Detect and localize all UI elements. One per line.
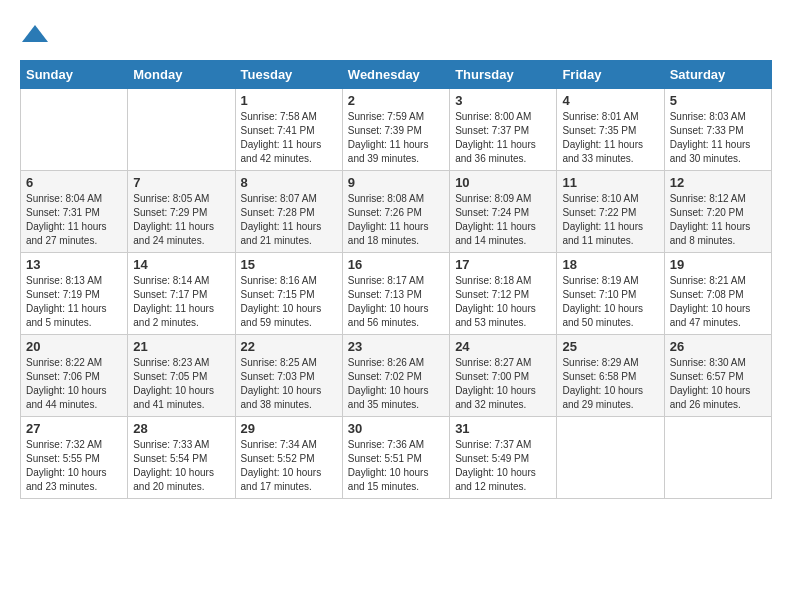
day-info: Sunrise: 8:04 AM Sunset: 7:31 PM Dayligh… bbox=[26, 192, 122, 248]
day-number: 18 bbox=[562, 257, 658, 272]
day-info: Sunrise: 8:23 AM Sunset: 7:05 PM Dayligh… bbox=[133, 356, 229, 412]
weekday-header-tuesday: Tuesday bbox=[235, 61, 342, 89]
day-info: Sunrise: 8:01 AM Sunset: 7:35 PM Dayligh… bbox=[562, 110, 658, 166]
calendar-cell: 9Sunrise: 8:08 AM Sunset: 7:26 PM Daylig… bbox=[342, 171, 449, 253]
calendar-cell: 14Sunrise: 8:14 AM Sunset: 7:17 PM Dayli… bbox=[128, 253, 235, 335]
day-info: Sunrise: 8:17 AM Sunset: 7:13 PM Dayligh… bbox=[348, 274, 444, 330]
day-number: 8 bbox=[241, 175, 337, 190]
day-number: 2 bbox=[348, 93, 444, 108]
day-number: 14 bbox=[133, 257, 229, 272]
weekday-header-thursday: Thursday bbox=[450, 61, 557, 89]
day-number: 11 bbox=[562, 175, 658, 190]
weekday-header-friday: Friday bbox=[557, 61, 664, 89]
calendar-cell: 20Sunrise: 8:22 AM Sunset: 7:06 PM Dayli… bbox=[21, 335, 128, 417]
day-info: Sunrise: 7:59 AM Sunset: 7:39 PM Dayligh… bbox=[348, 110, 444, 166]
day-info: Sunrise: 8:09 AM Sunset: 7:24 PM Dayligh… bbox=[455, 192, 551, 248]
calendar-cell: 4Sunrise: 8:01 AM Sunset: 7:35 PM Daylig… bbox=[557, 89, 664, 171]
calendar-cell: 8Sunrise: 8:07 AM Sunset: 7:28 PM Daylig… bbox=[235, 171, 342, 253]
day-info: Sunrise: 8:27 AM Sunset: 7:00 PM Dayligh… bbox=[455, 356, 551, 412]
day-info: Sunrise: 8:26 AM Sunset: 7:02 PM Dayligh… bbox=[348, 356, 444, 412]
calendar-cell: 6Sunrise: 8:04 AM Sunset: 7:31 PM Daylig… bbox=[21, 171, 128, 253]
calendar-cell: 5Sunrise: 8:03 AM Sunset: 7:33 PM Daylig… bbox=[664, 89, 771, 171]
day-info: Sunrise: 7:32 AM Sunset: 5:55 PM Dayligh… bbox=[26, 438, 122, 494]
weekday-header-wednesday: Wednesday bbox=[342, 61, 449, 89]
day-info: Sunrise: 8:03 AM Sunset: 7:33 PM Dayligh… bbox=[670, 110, 766, 166]
calendar-cell: 21Sunrise: 8:23 AM Sunset: 7:05 PM Dayli… bbox=[128, 335, 235, 417]
logo bbox=[20, 20, 54, 50]
weekday-header-sunday: Sunday bbox=[21, 61, 128, 89]
day-number: 30 bbox=[348, 421, 444, 436]
calendar-week-row: 13Sunrise: 8:13 AM Sunset: 7:19 PM Dayli… bbox=[21, 253, 772, 335]
calendar-cell: 27Sunrise: 7:32 AM Sunset: 5:55 PM Dayli… bbox=[21, 417, 128, 499]
day-info: Sunrise: 7:37 AM Sunset: 5:49 PM Dayligh… bbox=[455, 438, 551, 494]
calendar-cell: 31Sunrise: 7:37 AM Sunset: 5:49 PM Dayli… bbox=[450, 417, 557, 499]
day-number: 22 bbox=[241, 339, 337, 354]
day-info: Sunrise: 7:36 AM Sunset: 5:51 PM Dayligh… bbox=[348, 438, 444, 494]
day-number: 20 bbox=[26, 339, 122, 354]
calendar-table: SundayMondayTuesdayWednesdayThursdayFrid… bbox=[20, 60, 772, 499]
day-number: 23 bbox=[348, 339, 444, 354]
calendar-week-row: 1Sunrise: 7:58 AM Sunset: 7:41 PM Daylig… bbox=[21, 89, 772, 171]
day-info: Sunrise: 8:00 AM Sunset: 7:37 PM Dayligh… bbox=[455, 110, 551, 166]
calendar-week-row: 27Sunrise: 7:32 AM Sunset: 5:55 PM Dayli… bbox=[21, 417, 772, 499]
calendar-cell: 16Sunrise: 8:17 AM Sunset: 7:13 PM Dayli… bbox=[342, 253, 449, 335]
day-number: 16 bbox=[348, 257, 444, 272]
day-number: 12 bbox=[670, 175, 766, 190]
calendar-cell: 1Sunrise: 7:58 AM Sunset: 7:41 PM Daylig… bbox=[235, 89, 342, 171]
calendar-cell: 11Sunrise: 8:10 AM Sunset: 7:22 PM Dayli… bbox=[557, 171, 664, 253]
day-number: 3 bbox=[455, 93, 551, 108]
day-info: Sunrise: 8:14 AM Sunset: 7:17 PM Dayligh… bbox=[133, 274, 229, 330]
calendar-cell: 23Sunrise: 8:26 AM Sunset: 7:02 PM Dayli… bbox=[342, 335, 449, 417]
day-number: 7 bbox=[133, 175, 229, 190]
day-number: 21 bbox=[133, 339, 229, 354]
calendar-cell bbox=[664, 417, 771, 499]
calendar-cell: 25Sunrise: 8:29 AM Sunset: 6:58 PM Dayli… bbox=[557, 335, 664, 417]
calendar-cell: 30Sunrise: 7:36 AM Sunset: 5:51 PM Dayli… bbox=[342, 417, 449, 499]
day-number: 5 bbox=[670, 93, 766, 108]
calendar-cell: 15Sunrise: 8:16 AM Sunset: 7:15 PM Dayli… bbox=[235, 253, 342, 335]
svg-marker-0 bbox=[22, 25, 48, 42]
calendar-cell: 18Sunrise: 8:19 AM Sunset: 7:10 PM Dayli… bbox=[557, 253, 664, 335]
day-info: Sunrise: 8:29 AM Sunset: 6:58 PM Dayligh… bbox=[562, 356, 658, 412]
day-info: Sunrise: 7:58 AM Sunset: 7:41 PM Dayligh… bbox=[241, 110, 337, 166]
calendar-cell: 24Sunrise: 8:27 AM Sunset: 7:00 PM Dayli… bbox=[450, 335, 557, 417]
day-number: 25 bbox=[562, 339, 658, 354]
calendar-cell: 2Sunrise: 7:59 AM Sunset: 7:39 PM Daylig… bbox=[342, 89, 449, 171]
weekday-header-saturday: Saturday bbox=[664, 61, 771, 89]
day-info: Sunrise: 8:19 AM Sunset: 7:10 PM Dayligh… bbox=[562, 274, 658, 330]
calendar-cell bbox=[128, 89, 235, 171]
day-number: 24 bbox=[455, 339, 551, 354]
day-info: Sunrise: 8:18 AM Sunset: 7:12 PM Dayligh… bbox=[455, 274, 551, 330]
calendar-cell: 19Sunrise: 8:21 AM Sunset: 7:08 PM Dayli… bbox=[664, 253, 771, 335]
calendar-cell: 28Sunrise: 7:33 AM Sunset: 5:54 PM Dayli… bbox=[128, 417, 235, 499]
calendar-cell bbox=[557, 417, 664, 499]
logo-icon bbox=[20, 20, 50, 50]
day-number: 28 bbox=[133, 421, 229, 436]
day-info: Sunrise: 8:05 AM Sunset: 7:29 PM Dayligh… bbox=[133, 192, 229, 248]
day-number: 9 bbox=[348, 175, 444, 190]
day-info: Sunrise: 8:21 AM Sunset: 7:08 PM Dayligh… bbox=[670, 274, 766, 330]
day-info: Sunrise: 8:13 AM Sunset: 7:19 PM Dayligh… bbox=[26, 274, 122, 330]
day-number: 27 bbox=[26, 421, 122, 436]
day-number: 10 bbox=[455, 175, 551, 190]
calendar-week-row: 20Sunrise: 8:22 AM Sunset: 7:06 PM Dayli… bbox=[21, 335, 772, 417]
day-info: Sunrise: 8:30 AM Sunset: 6:57 PM Dayligh… bbox=[670, 356, 766, 412]
calendar-cell: 7Sunrise: 8:05 AM Sunset: 7:29 PM Daylig… bbox=[128, 171, 235, 253]
day-info: Sunrise: 7:34 AM Sunset: 5:52 PM Dayligh… bbox=[241, 438, 337, 494]
day-info: Sunrise: 8:22 AM Sunset: 7:06 PM Dayligh… bbox=[26, 356, 122, 412]
day-number: 4 bbox=[562, 93, 658, 108]
calendar-cell: 3Sunrise: 8:00 AM Sunset: 7:37 PM Daylig… bbox=[450, 89, 557, 171]
day-number: 13 bbox=[26, 257, 122, 272]
calendar-cell: 13Sunrise: 8:13 AM Sunset: 7:19 PM Dayli… bbox=[21, 253, 128, 335]
calendar-cell: 12Sunrise: 8:12 AM Sunset: 7:20 PM Dayli… bbox=[664, 171, 771, 253]
calendar-cell: 10Sunrise: 8:09 AM Sunset: 7:24 PM Dayli… bbox=[450, 171, 557, 253]
day-info: Sunrise: 8:16 AM Sunset: 7:15 PM Dayligh… bbox=[241, 274, 337, 330]
calendar-cell: 17Sunrise: 8:18 AM Sunset: 7:12 PM Dayli… bbox=[450, 253, 557, 335]
calendar-week-row: 6Sunrise: 8:04 AM Sunset: 7:31 PM Daylig… bbox=[21, 171, 772, 253]
weekday-header-row: SundayMondayTuesdayWednesdayThursdayFrid… bbox=[21, 61, 772, 89]
calendar-cell: 26Sunrise: 8:30 AM Sunset: 6:57 PM Dayli… bbox=[664, 335, 771, 417]
day-info: Sunrise: 8:08 AM Sunset: 7:26 PM Dayligh… bbox=[348, 192, 444, 248]
weekday-header-monday: Monday bbox=[128, 61, 235, 89]
day-number: 1 bbox=[241, 93, 337, 108]
page-header bbox=[20, 20, 772, 50]
